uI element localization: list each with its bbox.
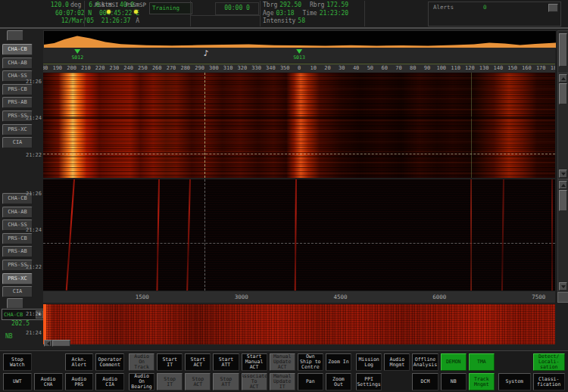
bearing-tick-label: 0 [298, 65, 301, 71]
ppi-settings-button[interactable]: PPI Settings [356, 373, 382, 390]
channel-button-bearing-prs-cb[interactable]: PRS-CB [2, 84, 33, 95]
bearing-time-waterfall[interactable] [43, 73, 555, 178]
frequency-tick-label: 4500 [333, 294, 347, 300]
bearing-cursor-line[interactable] [204, 73, 205, 178]
frequency-waterfall-scrollbar[interactable] [557, 179, 568, 292]
nb-button[interactable]: NB [441, 373, 467, 390]
channel-button-freq-prs-xc[interactable]: PRS-XC [2, 273, 33, 285]
frequency-cursor-line[interactable] [204, 179, 205, 291]
signal-trace [66, 179, 75, 291]
audio-mngmt-button[interactable]: Audio Mngmt [384, 353, 410, 371]
audio-on-track-button[interactable]: Audio On Track [129, 353, 154, 371]
scroll-left-button[interactable] [44, 340, 52, 347]
contact-marker-s013[interactable]: S013 [293, 49, 305, 61]
stop-att-button[interactable]: Stop ATT [213, 373, 239, 390]
triangle-down-icon [561, 173, 566, 176]
dcm-button[interactable]: DCM [412, 373, 438, 390]
stop-act-button[interactable]: Stop ACT [185, 373, 211, 390]
mission-log-button[interactable]: Mission Log [356, 353, 382, 371]
scroll-down-button[interactable] [559, 282, 567, 291]
operator-comment-button[interactable]: Operator Comment [95, 353, 124, 371]
divider [190, 1, 191, 26]
demon-button[interactable]: DEMON [441, 353, 467, 371]
control-button-panel: Stop WatchAckn. AlertOperator CommentUWT… [0, 350, 568, 392]
start-it-button[interactable]: Start IT [157, 353, 183, 371]
signal-trace [157, 179, 161, 291]
audio-bandwidth-mode: NB [5, 333, 13, 340]
audio-cha-button[interactable]: Audio CHA [34, 373, 63, 390]
divider [0, 27, 568, 29]
latitude-value: 60:07:02 N [55, 10, 92, 17]
signal-trace [470, 179, 472, 291]
divider [84, 1, 85, 26]
channel-button-freq-prs-cb[interactable]: PRS-CB [2, 233, 33, 244]
bearing-tick-label: 260 [152, 65, 162, 71]
frequency-tick-label: 6000 [432, 294, 446, 300]
zoom-out-button[interactable]: Zoom Out [326, 373, 351, 390]
time-cursor-line[interactable] [43, 154, 555, 154]
channel-button-bearing-cha-ab[interactable]: CHA-AB [2, 58, 33, 69]
time-cursor-line[interactable] [43, 243, 555, 244]
signal-trace [551, 179, 553, 291]
audio-on-bearing-button[interactable]: Audio On Bearing [129, 373, 154, 390]
bearing-tick-label: 120 [465, 65, 475, 71]
own-ship-to-centre-button[interactable]: Own Ship to Centre [298, 353, 323, 371]
contact-marker-s012[interactable]: S012 [71, 49, 83, 61]
manual-update-act-button[interactable]: Manual Update ACT [270, 353, 295, 371]
audio-channel-waterfall[interactable] [43, 304, 555, 344]
histogram-scrollbar[interactable] [557, 30, 568, 73]
frequency-time-waterfall[interactable] [43, 179, 555, 291]
audio-cia-button[interactable]: Audio CIA [95, 373, 124, 390]
bearing-tick-label: 330 [251, 65, 261, 71]
channel-button-freq-cha-ab[interactable]: CHA-AB [2, 207, 33, 218]
audio-prs-button[interactable]: Audio PRS [65, 373, 94, 390]
uwt-button[interactable]: UWT [3, 373, 32, 390]
bearing-tick-label: 180 [551, 65, 555, 71]
scrollbar-thumb[interactable] [559, 33, 567, 67]
alerts-panel: Alerts 0 [428, 2, 561, 26]
bearing-tick-label: 300 [209, 65, 219, 71]
pan-button[interactable]: Pan [298, 373, 323, 390]
channel-button-bearing-prs-xc[interactable]: PRS-XC [2, 124, 33, 135]
channel-button-freq-cia[interactable]: CIA [2, 286, 33, 297]
alerts-scroll-button[interactable] [548, 4, 558, 12]
zoom-in-button[interactable]: Zoom In [326, 353, 351, 371]
ownship-data: 120.0deg 6.0kts 40.0m 60:07:02 N 004:45:… [2, 2, 142, 26]
scroll-up-button[interactable] [559, 74, 567, 82]
audio-panel-options-button[interactable] [7, 298, 23, 309]
stop-it-button[interactable]: Stop IT [157, 373, 183, 390]
time-label: 21:24 [23, 115, 42, 121]
audio-note-icon[interactable]: ♪ [204, 48, 209, 58]
track-mngmt-button[interactable]: Track Mngmt [469, 373, 495, 390]
button-group-tracking: Audio On TrackStart ITStart ACTStart ATT… [129, 353, 351, 390]
stop-watch-button[interactable]: Stop Watch [3, 353, 32, 371]
bearing-tick-label: 200 [67, 65, 76, 71]
channel-button-bearing-cia[interactable]: CIA [2, 137, 33, 148]
start-manual-act-button[interactable]: Start Manual ACT [242, 353, 267, 371]
system-button[interactable]: System [498, 373, 531, 390]
start-act-button[interactable]: Start ACT [185, 353, 211, 371]
classi-fication-button[interactable]: Classi- fication [533, 373, 566, 390]
track-marker-line [471, 73, 472, 178]
bearing-waterfall-scrollbar[interactable] [557, 73, 568, 179]
channel-button-freq-prs-ab[interactable]: PRS-AB [2, 246, 33, 257]
tma-button[interactable]: TMA [469, 353, 495, 371]
channel-button-bearing-prs-ab[interactable]: PRS-AB [2, 97, 33, 108]
detect-locali-sation-button[interactable]: Detect/ Locali- sation [533, 353, 566, 371]
offline-analysis-button[interactable]: Offline Analysis [412, 353, 438, 371]
channel-button-bearing-cha-cb[interactable]: CHA-CB [2, 44, 33, 55]
start-att-button[interactable]: Start ATT [213, 353, 239, 371]
scroll-up-button[interactable] [559, 181, 567, 189]
scrollbar-corner[interactable] [557, 292, 568, 303]
scroll-down-button[interactable] [559, 170, 567, 178]
bearing-panel-options-button[interactable] [7, 30, 23, 41]
horizontal-scrollbar-thumb[interactable] [52, 340, 70, 347]
scrollbar-thumb[interactable] [559, 190, 567, 211]
contact-marker-strip[interactable]: S012♪S013 [43, 48, 555, 63]
associate-to-act-button[interactable]: Associate To ACT [242, 373, 267, 390]
ackn-alert-button[interactable]: Ackn. Alert [65, 353, 94, 371]
button-group-watch-audio: Stop WatchAckn. AlertOperator CommentUWT… [3, 353, 124, 390]
manual-update-it-button[interactable]: Manual Update IT [270, 373, 295, 390]
scrollbar-thumb[interactable] [559, 83, 567, 104]
time-label: 21:24 [23, 227, 42, 233]
